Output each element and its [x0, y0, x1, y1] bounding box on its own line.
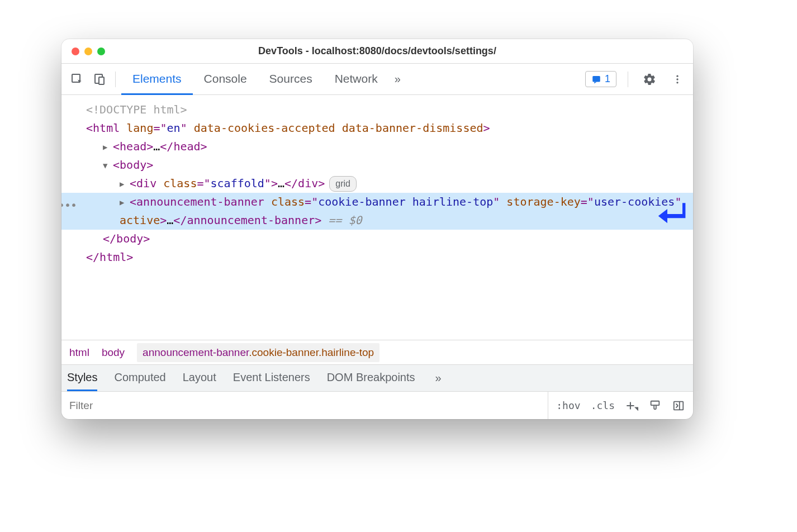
tab-sources[interactable]: Sources	[258, 64, 324, 95]
styles-filter-input[interactable]	[69, 400, 548, 412]
pointer-arrow-icon	[657, 199, 689, 236]
tab-dom-breakpoints[interactable]: DOM Breakpoints	[327, 365, 415, 391]
tab-event-listeners[interactable]: Event Listeners	[233, 365, 310, 391]
svg-rect-8	[674, 401, 684, 410]
grid-badge[interactable]: grid	[329, 176, 357, 192]
new-style-rule-icon[interactable]	[625, 399, 638, 412]
minimize-window-button[interactable]	[84, 48, 92, 55]
body-open-node[interactable]: ▼<body>	[73, 156, 693, 174]
tab-layout[interactable]: Layout	[183, 365, 216, 391]
doctype-node[interactable]: <!DOCTYPE html>	[73, 101, 693, 119]
device-toggle-icon[interactable]	[89, 69, 110, 89]
issues-count: 1	[605, 73, 610, 85]
breadcrumb-item-body[interactable]: body	[102, 346, 125, 359]
styles-filter-bar: :hov .cls	[61, 391, 693, 419]
panel-tabs: Elements Console Sources Network	[121, 64, 389, 94]
breadcrumb-selected[interactable]: announcement-banner.cookie-banner.hairli…	[137, 343, 379, 362]
body-close-node[interactable]: </body>	[73, 230, 693, 248]
hov-toggle[interactable]: :hov	[556, 400, 580, 411]
tab-console[interactable]: Console	[193, 64, 258, 95]
issues-badge[interactable]: 1	[585, 71, 616, 87]
traffic-lights	[72, 48, 105, 55]
expand-triangle-icon[interactable]: ▶	[103, 141, 113, 154]
tab-styles[interactable]: Styles	[67, 365, 97, 391]
html-close-node[interactable]: </html>	[73, 248, 693, 267]
zoom-window-button[interactable]	[97, 48, 105, 55]
window-title: DevTools - localhost:8080/docs/devtools/…	[61, 45, 693, 57]
svg-point-5	[676, 78, 678, 80]
svg-rect-2	[99, 77, 104, 84]
close-window-button[interactable]	[72, 48, 79, 55]
more-tabs-icon[interactable]: »	[391, 73, 404, 86]
separator	[628, 72, 628, 87]
expand-triangle-icon[interactable]: ▶	[120, 196, 130, 209]
svg-rect-7	[651, 401, 660, 405]
paint-brush-icon[interactable]	[648, 399, 662, 412]
breadcrumb-item-html[interactable]: html	[69, 346, 89, 359]
selected-dom-node[interactable]: ••• ▶<announcement-banner class="cookie-…	[61, 193, 693, 230]
separator	[115, 72, 116, 87]
tab-elements[interactable]: Elements	[121, 64, 193, 95]
svg-point-4	[676, 75, 678, 77]
collapse-triangle-icon[interactable]: ▼	[103, 159, 113, 172]
div-scaffold-node[interactable]: ▶<div class="scaffold">…</div>grid	[73, 174, 693, 193]
more-styles-tabs-icon[interactable]: »	[432, 372, 445, 384]
row-actions-icon[interactable]: •••	[61, 196, 77, 215]
cls-toggle[interactable]: .cls	[591, 400, 615, 411]
main-toolbar: Elements Console Sources Network » 1	[61, 64, 693, 95]
html-open-node[interactable]: <html lang="en" data-cookies-accepted da…	[73, 119, 693, 137]
settings-gear-icon[interactable]	[639, 69, 660, 89]
titlebar: DevTools - localhost:8080/docs/devtools/…	[61, 39, 693, 64]
inspect-element-icon[interactable]	[67, 69, 87, 89]
toolbar-right: 1	[585, 69, 687, 89]
styles-tabstrip: Styles Computed Layout Event Listeners D…	[61, 364, 693, 391]
breadcrumb: html body announcement-banner.cookie-ban…	[61, 340, 693, 364]
tab-network[interactable]: Network	[324, 64, 389, 95]
tab-computed[interactable]: Computed	[114, 365, 165, 391]
devtools-window: DevTools - localhost:8080/docs/devtools/…	[61, 39, 693, 419]
head-node[interactable]: ▶<head>…</head>	[73, 137, 693, 156]
filter-actions: :hov .cls	[548, 392, 693, 419]
computed-sidebar-icon[interactable]	[672, 399, 685, 412]
svg-rect-3	[592, 76, 600, 82]
dom-tree[interactable]: <!DOCTYPE html> <html lang="en" data-coo…	[61, 95, 693, 340]
svg-point-6	[676, 82, 678, 83]
expand-triangle-icon[interactable]: ▶	[120, 178, 130, 191]
kebab-menu-icon[interactable]	[667, 69, 687, 89]
